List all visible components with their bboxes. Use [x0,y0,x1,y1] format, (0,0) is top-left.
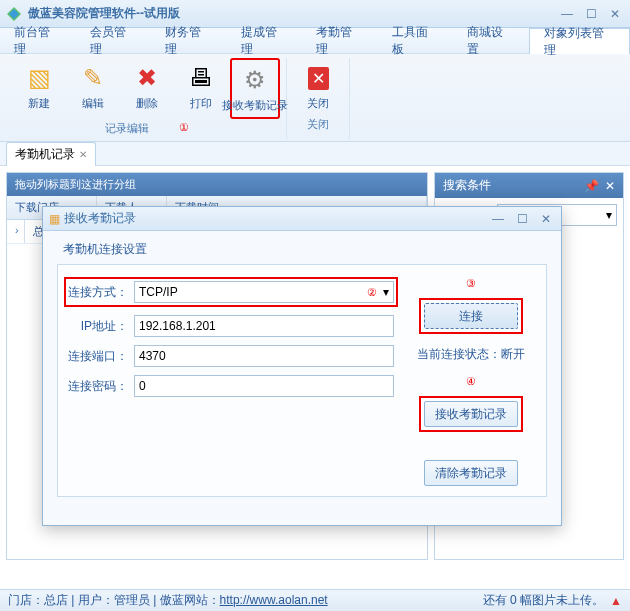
clear-records-button[interactable]: 清除考勤记录 [424,460,518,486]
ip-input[interactable] [134,315,394,337]
menu-attendance[interactable]: 考勤管理 [302,28,378,53]
chevron-down-icon: ▾ [606,208,612,222]
menu-member[interactable]: 会员管理 [76,28,152,53]
x-icon: ✖ [131,62,163,94]
dialog-maximize[interactable]: ☐ [513,211,531,227]
ribbon-close-group-label: 关闭 [307,117,329,132]
menubar: 前台管理 会员管理 财务管理 提成管理 考勤管理 工具面板 商城设置 对象列表管… [0,28,630,54]
connection-status: 当前连接状态：断开 [417,346,525,363]
panel-close-icon[interactable]: ✕ [605,179,615,193]
menu-mall[interactable]: 商城设置 [453,28,529,53]
pin-icon[interactable]: 📌 [584,179,599,193]
dialog-titlebar[interactable]: ▦ 接收考勤记录 — ☐ ✕ [43,207,561,231]
dialog-minimize[interactable]: — [489,211,507,227]
ip-label: IP地址： [68,318,134,335]
menu-commission[interactable]: 提成管理 [227,28,303,53]
document-icon: ▧ [23,62,55,94]
minimize-button[interactable]: — [558,6,576,22]
edit-button[interactable]: ✎ 编辑 [68,58,118,119]
print-button[interactable]: 🖶 打印 [176,58,226,119]
dialog-close[interactable]: ✕ [537,211,555,227]
row-indicator: › [7,220,25,243]
ribbon-group-label: 记录编辑 [105,121,149,136]
upload-status: 还有 0 幅图片未上传。 [483,592,604,609]
conn-type-row: 连接方式： TCP/IP ② ▾ [64,277,398,307]
conn-type-label: 连接方式： [68,284,134,301]
doc-tab-attendance[interactable]: 考勤机记录 ✕ [6,142,96,166]
close-button[interactable]: ✕ [606,6,624,22]
marker-4: ④ [466,375,476,388]
window-title: 傲蓝美容院管理软件--试用版 [28,5,558,22]
menu-frontdesk[interactable]: 前台管理 [0,28,76,53]
close-icon: ✕ [302,62,334,94]
marker-1: ① [179,121,189,134]
conn-type-select[interactable]: TCP/IP ② ▾ [134,281,394,303]
group-label: 考勤机连接设置 [57,241,547,258]
group-drop-area[interactable]: 拖动列标题到这进行分组 [7,173,427,196]
marker-2: ② [367,286,377,299]
search-panel-header: 搜索条件 📌 ✕ [435,173,623,198]
pwd-label: 连接密码： [68,378,134,395]
dialog-title-text: 接收考勤记录 [64,210,136,227]
receive-attendance-dialog: ▦ 接收考勤记录 — ☐ ✕ 考勤机连接设置 连接方式： TCP/IP ② ▾ [42,206,562,526]
ribbon-group-edit: ▧ 新建 ✎ 编辑 ✖ 删除 🖶 打印 ⚙ 接收考勤记录 记录编辑 ① [8,58,287,139]
app-logo [6,6,22,22]
port-input[interactable] [134,345,394,367]
pencil-icon: ✎ [77,62,109,94]
receive-records-button[interactable]: 接收考勤记录 [424,401,518,427]
maximize-button[interactable]: ☐ [582,6,600,22]
close-ribbon-button[interactable]: ✕ 关闭 [293,58,343,115]
search-title: 搜索条件 [443,177,491,194]
menu-object-list[interactable]: 对象列表管理 [529,28,630,54]
status-left: 门店：总店 | 用户：管理员 | 傲蓝网站：http://www.aolan.n… [8,592,328,609]
connect-button[interactable]: 连接 [424,303,518,329]
port-label: 连接端口： [68,348,134,365]
ribbon-group-close: ✕ 关闭 关闭 [287,58,350,139]
dialog-icon: ▦ [49,212,60,226]
printer-icon: 🖶 [185,62,217,94]
site-link[interactable]: http://www.aolan.net [220,593,328,607]
pwd-input[interactable] [134,375,394,397]
gear-icon: ⚙ [239,64,271,96]
tab-close-icon[interactable]: ✕ [79,149,87,160]
menu-finance[interactable]: 财务管理 [151,28,227,53]
receive-attendance-button[interactable]: ⚙ 接收考勤记录 [230,58,280,119]
chevron-down-icon: ▾ [383,285,389,299]
doc-tabs: 考勤机记录 ✕ [0,142,630,166]
delete-button[interactable]: ✖ 删除 [122,58,172,119]
marker-3: ③ [466,277,476,290]
upload-icon[interactable]: ▲ [610,594,622,608]
doc-tab-label: 考勤机记录 [15,146,75,163]
menu-tools[interactable]: 工具面板 [378,28,454,53]
statusbar: 门店：总店 | 用户：管理员 | 傲蓝网站：http://www.aolan.n… [0,589,630,611]
ribbon: ▧ 新建 ✎ 编辑 ✖ 删除 🖶 打印 ⚙ 接收考勤记录 记录编辑 ① [0,54,630,142]
new-button[interactable]: ▧ 新建 [14,58,64,119]
